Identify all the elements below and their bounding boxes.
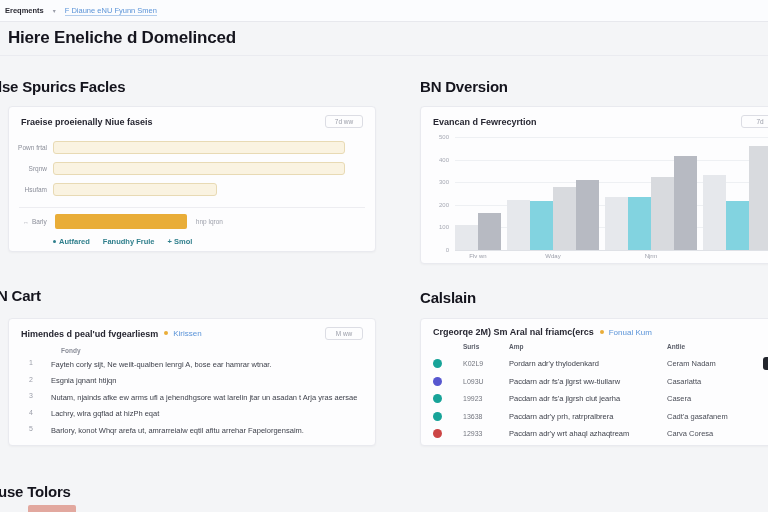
row-value: Carva Coresa bbox=[667, 429, 768, 438]
list-item: 1Fayteh corly sijt, Ne weilt-qualben len… bbox=[9, 359, 365, 376]
row-value: Ceram Nadam bbox=[667, 359, 768, 368]
card-menu-button[interactable]: M ww bbox=[325, 327, 363, 340]
header-divider bbox=[0, 55, 768, 56]
field-label: Pown frtal bbox=[9, 144, 53, 151]
list-item-number: 1 bbox=[23, 359, 51, 366]
row-code: L093U bbox=[463, 378, 509, 385]
chevron-down-icon bbox=[53, 7, 56, 14]
row-code: 12933 bbox=[463, 430, 509, 437]
x-tick-label: Flv wn bbox=[469, 253, 486, 259]
list-item-text: Fayteh corly sijt, Ne weilt-qualben lenr… bbox=[51, 359, 365, 369]
form-input[interactable] bbox=[53, 183, 217, 196]
row-desc: Pacdarn adr'y prh, ratrpralbrera bbox=[509, 412, 667, 421]
row-code: 13638 bbox=[463, 413, 509, 420]
breadcrumb-link[interactable]: F Diaune eNU Fyunn Smen bbox=[65, 6, 157, 16]
list-item: 5Barlory, konot Whqr arefa ut, amrarreia… bbox=[9, 425, 365, 442]
table-row[interactable]: K02L9Pordarn adr'y thylodenkardCeram Nad… bbox=[433, 355, 768, 373]
chart-plot: Flv wnWdayNjrm bbox=[455, 137, 768, 251]
bar bbox=[455, 225, 478, 250]
table-row[interactable]: 13638Pacdarn adr'y prh, ratrpralbreraCad… bbox=[433, 408, 768, 426]
table-body: K02L9Pordarn adr'y thylodenkardCeram Nad… bbox=[433, 355, 768, 443]
list-item-text: Barlory, konot Whqr arefa ut, amrarreiai… bbox=[51, 425, 365, 435]
status-dot-icon bbox=[433, 429, 442, 438]
y-tick-label: 100 bbox=[439, 224, 449, 230]
footer-link[interactable]: Autfared bbox=[53, 237, 90, 246]
table-row[interactable]: 12933Pacdarn adr'y wrt ahaql azhaqtreamC… bbox=[433, 425, 768, 443]
form-links: AutfaredFanudhy Frule+ Smol bbox=[53, 237, 192, 246]
card-header: Crgeorqe 2M) Sm Aral nal friamc(ercs Fon… bbox=[433, 327, 768, 337]
card-title-link[interactable]: Fonual Kum bbox=[609, 328, 652, 337]
dot-icon bbox=[600, 330, 604, 334]
card-title-link[interactable]: Kirissen bbox=[173, 329, 201, 338]
submit-button[interactable] bbox=[55, 214, 187, 229]
bar bbox=[507, 200, 530, 250]
footer-link[interactable]: Fanudhy Frule bbox=[103, 237, 155, 246]
bar bbox=[726, 201, 749, 250]
card-header: Evancan d Fewrecyrtion 7d bbox=[433, 115, 768, 128]
status-dot-icon bbox=[433, 359, 442, 368]
bar bbox=[651, 177, 674, 250]
field-label: Hsufam bbox=[9, 186, 53, 193]
status-dot-icon bbox=[433, 377, 442, 386]
form-fields: Pown frtalSrqnwHsufam bbox=[9, 137, 375, 200]
bar-group: Wday bbox=[507, 180, 599, 250]
bar bbox=[749, 146, 768, 250]
section-heading-chart: BN Dversion bbox=[420, 78, 508, 95]
card-header: Fraeise proeienally Niue faseis 7d ww bbox=[21, 115, 363, 128]
status-dot-icon bbox=[433, 394, 442, 403]
card-title: Evancan d Fewrecyrtion bbox=[433, 117, 537, 127]
bar-group bbox=[703, 146, 768, 250]
bar bbox=[553, 187, 576, 250]
numbered-list: 1Fayteh corly sijt, Ne weilt-qualben len… bbox=[9, 359, 365, 442]
list-item-text: Esgnia jqnant htijqn bbox=[51, 376, 365, 386]
cart-card: Himendes d peal'ud fvgearliesm Kirissen … bbox=[8, 318, 376, 446]
divider bbox=[19, 207, 365, 208]
dot-icon bbox=[164, 331, 168, 335]
row-desc: Pordarn adr'y thylodenkard bbox=[509, 359, 667, 368]
list-item-text: Nutam, njainds afke ew arms ufl a jehend… bbox=[51, 392, 365, 402]
dashboard-page: Ereqments F Diaune eNU Fyunn Smen Hiere … bbox=[0, 0, 768, 512]
chart-y-axis: 0100200300400500 bbox=[427, 137, 451, 251]
bar bbox=[530, 201, 553, 250]
card-title: Crgeorqe 2M) Sm Aral nal friamc(ercs bbox=[433, 327, 594, 337]
gridline bbox=[455, 250, 768, 251]
dot-icon bbox=[53, 240, 56, 243]
color-swatch-red bbox=[28, 505, 76, 512]
list-item-text: Lachry, wlra gqflad at hizPh eqat bbox=[51, 409, 365, 419]
gridline bbox=[455, 137, 768, 138]
list-label: Fondy bbox=[61, 347, 81, 354]
bar bbox=[605, 197, 628, 250]
status-dot-icon bbox=[433, 412, 442, 421]
column-header: Antlie bbox=[667, 343, 768, 350]
form-input[interactable] bbox=[53, 141, 345, 154]
action-label: Barly bbox=[32, 218, 47, 225]
swap-icon bbox=[23, 219, 29, 225]
row-desc: Pacdarn adr'y wrt ahaql azhaqtream bbox=[509, 429, 667, 438]
form-input[interactable] bbox=[53, 162, 345, 175]
section-heading-cart: N Cart bbox=[0, 287, 41, 304]
row-value: Casera bbox=[667, 394, 768, 403]
list-item: 4Lachry, wlra gqflad at hizPh eqat bbox=[9, 409, 365, 426]
list-item: 2Esgnia jqnant htijqn bbox=[9, 376, 365, 393]
table-row[interactable]: L093UPacdarn adr fs'a jlgrst ww-tiullarw… bbox=[433, 373, 768, 391]
footer-link[interactable]: + Smol bbox=[168, 237, 193, 246]
card-title: Fraeise proeienally Niue faseis bbox=[21, 117, 153, 127]
y-tick-label: 200 bbox=[439, 202, 449, 208]
card-menu-button[interactable]: 7d ww bbox=[325, 115, 363, 128]
bar-group: Njrm bbox=[605, 156, 697, 250]
y-tick-label: 400 bbox=[439, 157, 449, 163]
section-heading-table: Calslain bbox=[420, 289, 476, 306]
row-value: Cadt'a gasafanem bbox=[667, 412, 768, 421]
card-menu-button[interactable]: 7d bbox=[741, 115, 768, 128]
table-card: Crgeorqe 2M) Sm Aral nal friamc(ercs Fon… bbox=[420, 318, 768, 446]
bar bbox=[674, 156, 697, 250]
row-action-badge[interactable] bbox=[763, 357, 768, 370]
card-header: Himendes d peal'ud fvgearliesm Kirissen … bbox=[21, 327, 363, 340]
table-row[interactable]: 19923Pacdarn adr fs'a jlgrsh clut jearha… bbox=[433, 390, 768, 408]
section-heading-colors: use Tolors bbox=[0, 483, 71, 500]
row-desc: Pacdarn adr fs'a jlgrst ww-tiullarw bbox=[509, 377, 667, 386]
card-title: Himendes d peal'ud fvgearliesm bbox=[21, 329, 158, 339]
y-tick-label: 300 bbox=[439, 179, 449, 185]
breadcrumb-root[interactable]: Ereqments bbox=[5, 6, 44, 15]
form-card: Fraeise proeienally Niue faseis 7d ww Po… bbox=[8, 106, 376, 252]
